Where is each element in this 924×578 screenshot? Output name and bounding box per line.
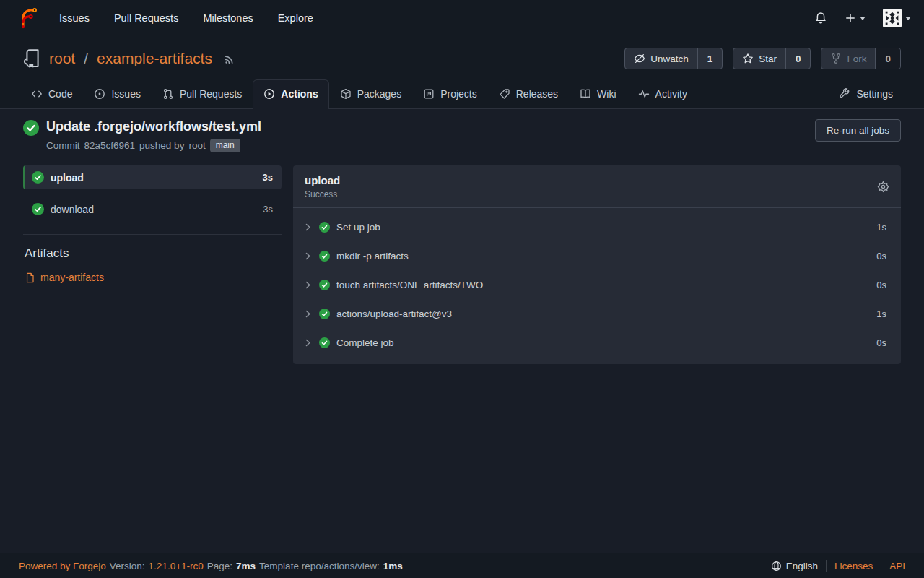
tab-actions[interactable]: Actions [253,79,328,109]
tab-settings[interactable]: Settings [828,79,904,108]
job-status-text: Success [305,189,340,199]
commit-author[interactable]: root [188,140,205,151]
package-icon [340,88,352,100]
job-success-check-icon [32,203,44,215]
run-body: upload 3s download 3s Artifacts many-art… [23,165,901,364]
page-time: 7ms [236,561,256,571]
nav-pull-requests[interactable]: Pull Requests [114,12,178,24]
navbar-links: Issues Pull Requests Milestones Explore [59,12,313,24]
repo-title: root / example-artifacts [23,48,236,69]
tab-releases[interactable]: Releases [488,79,569,108]
licenses-link[interactable]: Licenses [834,561,873,571]
powered-by-link[interactable]: Powered by Forgejo [19,561,106,571]
tab-pull-requests[interactable]: Pull Requests [152,79,253,108]
step-success-check-icon [319,309,330,319]
gear-icon[interactable] [877,181,889,193]
watchers-count[interactable]: 1 [697,48,723,69]
repo-name-link[interactable]: example-artifacts [97,50,212,67]
step-success-check-icon [319,280,330,290]
fork-icon [830,53,842,64]
chevron-right-icon [303,338,313,348]
user-avatar-dropdown[interactable] [883,9,911,27]
job-panel-header: upload Success [293,165,901,207]
tab-issues[interactable]: Issues [83,79,151,108]
job-item-upload[interactable]: upload 3s [23,165,282,189]
repo-owner-link[interactable]: root [49,50,75,67]
step-name: touch artifacts/ONE artifacts/TWO [336,280,483,290]
step-row[interactable]: touch artifacts/ONE artifacts/TWO 0s [293,270,901,299]
step-duration: 0s [876,251,886,262]
language-selector[interactable]: English [771,561,818,571]
navbar-right [814,9,911,27]
version-link[interactable]: 1.21.0+1-rc0 [149,561,204,571]
forgejo-logo-icon[interactable] [16,7,39,30]
step-row[interactable]: actions/upload-artifact@v3 1s [293,299,901,328]
chevron-right-icon [303,309,313,319]
job-success-check-icon [32,171,44,184]
page: Issues Pull Requests Milestones Explore [0,0,924,578]
chevron-down-icon [905,17,911,20]
job-sidebar: upload 3s download 3s Artifacts many-art… [23,165,282,364]
file-icon [25,272,35,283]
step-row[interactable]: Complete job 0s [293,328,901,357]
footer-divider [881,560,881,572]
repo-book-icon [23,48,42,69]
nav-milestones[interactable]: Milestones [203,12,253,24]
tag-icon [499,88,510,100]
api-link[interactable]: API [889,561,905,571]
pushed-by-text: pushed by [139,140,184,151]
run-title-block: Update .forgejo/workflows/test.yml Commi… [46,119,261,152]
star-icon [742,53,754,64]
project-board-icon [423,88,435,100]
step-name: Complete job [336,337,394,348]
tab-activity[interactable]: Activity [627,79,698,108]
step-name: actions/upload-artifact@v3 [336,309,452,319]
tab-projects[interactable]: Projects [412,79,488,108]
nav-explore[interactable]: Explore [278,12,313,24]
actions-run-view: Update .forgejo/workflows/test.yml Commi… [0,109,924,553]
step-duration: 1s [876,222,886,233]
step-row[interactable]: mkdir -p artifacts 0s [293,241,901,270]
rss-icon[interactable] [224,53,236,65]
footer-right: English Licenses API [771,560,905,572]
repo-action-buttons: Unwatch 1 Star 0 [624,48,901,69]
notifications-bell-icon[interactable] [814,12,827,25]
chevron-down-icon [860,17,866,20]
commit-sha[interactable]: 82a5cf6961 [84,140,136,151]
run-success-check-icon [23,120,39,136]
step-name: Set up job [336,222,380,233]
job-item-download[interactable]: download 3s [23,197,282,221]
footer-divider [826,560,827,572]
artifact-link-many-artifacts[interactable]: many-artifacts [25,272,282,283]
job-duration: 3s [263,204,273,215]
star-button-group: Star 0 [733,48,811,69]
star-button[interactable]: Star [733,48,785,69]
watch-button-group: Unwatch 1 [624,48,723,69]
nav-issues[interactable]: Issues [59,12,90,24]
tab-packages[interactable]: Packages [329,79,412,108]
tools-icon [839,88,850,100]
step-row[interactable]: Set up job 1s [293,212,901,241]
avatar [883,9,902,27]
run-header: Update .forgejo/workflows/test.yml Commi… [23,119,901,152]
unwatch-button[interactable]: Unwatch [625,48,697,69]
pull-request-icon [162,88,174,100]
chevron-right-icon [303,251,313,261]
create-new-dropdown[interactable] [845,12,866,24]
eye-slash-icon [634,53,645,64]
play-circle-icon [263,88,275,100]
tab-code[interactable]: Code [20,79,83,108]
branch-badge[interactable]: main [210,139,240,152]
forks-count[interactable]: 0 [875,48,900,69]
repo-header: root / example-artifacts [0,36,924,79]
tab-wiki[interactable]: Wiki [569,79,627,108]
fork-button-group: Fork 0 [821,48,901,69]
navbar: Issues Pull Requests Milestones Explore [0,0,924,36]
rerun-all-jobs-button[interactable]: Re-run all jobs [815,119,901,142]
fork-button: Fork [821,48,875,69]
chevron-right-icon [303,280,313,290]
artifacts-heading: Artifacts [25,246,282,261]
repo-tabs: Code Issues Pull Requests Actions Packag… [0,79,924,109]
stars-count[interactable]: 0 [785,48,811,69]
book-icon [580,88,591,100]
